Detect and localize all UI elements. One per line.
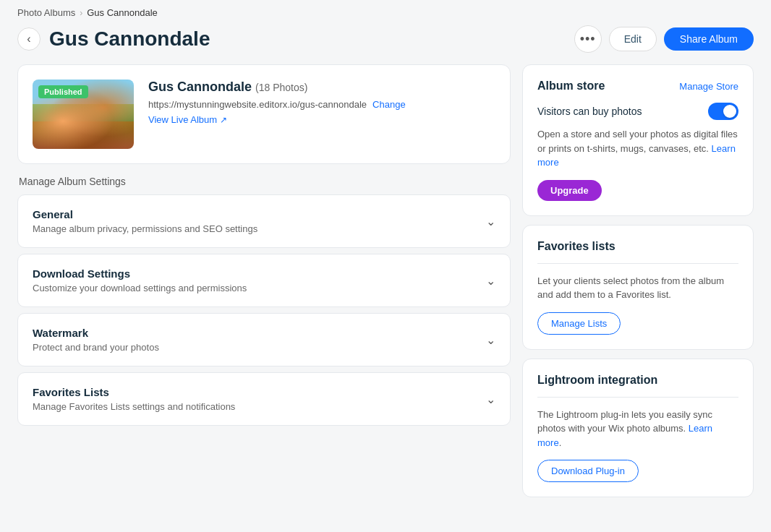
back-button[interactable]: ‹ (17, 27, 41, 51)
visitors-buy-toggle[interactable] (708, 103, 738, 120)
album-card: Published Gus Cannondale (18 Photos) htt… (17, 64, 511, 164)
accordion-subtitle-favorites: Manage Favorites Lists settings and noti… (33, 401, 235, 412)
manage-lists-button[interactable]: Manage Lists (537, 312, 621, 335)
accordion-subtitle-watermark: Protect and brand your photos (33, 342, 159, 353)
favorites-lists-card: Favorites lists Let your clients select … (522, 225, 754, 350)
album-url: https://mystunningwebsite.editorx.io/gus… (148, 99, 367, 110)
accordion-header-download[interactable]: Download Settings Customize your downloa… (18, 254, 510, 306)
accordion-subtitle-download: Customize your download settings and per… (33, 283, 247, 293)
left-panel: Published Gus Cannondale (18 Photos) htt… (17, 64, 511, 506)
view-live-link[interactable]: View Live Album ↗ (148, 114, 495, 125)
lightroom-title: Lightroom integration (537, 374, 657, 387)
accordion-content-watermark: Watermark Protect and brand your photos (33, 327, 159, 353)
breadcrumb-current: Gus Cannondale (87, 7, 158, 18)
external-link-icon: ↗ (220, 115, 227, 125)
lightroom-card: Lightroom integration The Lightroom plug… (522, 359, 754, 498)
album-info: Gus Cannondale (18 Photos) https://mystu… (148, 80, 495, 125)
accordion-header-watermark[interactable]: Watermark Protect and brand your photos … (18, 314, 510, 366)
accordion-content-favorites: Favorites Lists Manage Favorites Lists s… (33, 386, 235, 412)
accordion-title-general: General (33, 208, 257, 220)
album-store-card: Album store Manage Store Visitors can bu… (522, 64, 754, 216)
accordion-header-favorites[interactable]: Favorites Lists Manage Favorites Lists s… (18, 373, 510, 425)
lightroom-description: The Lightroom plug-in lets you easily sy… (537, 408, 738, 450)
more-options-button[interactable]: ••• (574, 25, 602, 53)
change-url-link[interactable]: Change (372, 99, 406, 110)
download-plugin-button[interactable]: Download Plug-in (537, 460, 639, 482)
album-store-header: Album store Manage Store (537, 80, 738, 93)
accordion-item-favorites[interactable]: Favorites Lists Manage Favorites Lists s… (17, 372, 511, 426)
accordion-header-general[interactable]: General Manage album privacy, permission… (18, 195, 510, 247)
accordion-content-general: General Manage album privacy, permission… (33, 208, 257, 234)
accordion-title-favorites: Favorites Lists (33, 386, 235, 398)
chevron-down-icon-download: ⌄ (486, 274, 495, 288)
favorites-lists-description: Let your clients select photos from the … (537, 274, 738, 302)
accordion-title-watermark: Watermark (33, 327, 159, 339)
album-store-description: Open a store and sell your photos as dig… (537, 127, 738, 170)
album-thumbnail-wrap: Published (33, 80, 134, 149)
chevron-down-icon-watermark: ⌄ (486, 333, 495, 347)
accordion-content-download: Download Settings Customize your downloa… (33, 267, 247, 293)
visitors-buy-label: Visitors can buy photos (537, 106, 642, 117)
manage-store-link[interactable]: Manage Store (679, 81, 738, 92)
chevron-down-icon-general: ⌄ (486, 215, 495, 228)
published-badge: Published (38, 85, 88, 98)
album-photo-count: (18 Photos) (255, 82, 307, 93)
favorites-lists-header: Favorites lists (537, 240, 738, 253)
visitors-buy-toggle-row: Visitors can buy photos (537, 103, 738, 120)
album-url-row: https://mystunningwebsite.editorx.io/gus… (148, 99, 495, 110)
favorites-divider (537, 263, 738, 264)
main-layout: Published Gus Cannondale (18 Photos) htt… (0, 64, 771, 523)
edit-button[interactable]: Edit (609, 27, 657, 51)
upgrade-button[interactable]: Upgrade (537, 180, 602, 201)
breadcrumb: Photo Albums › Gus Cannondale (0, 0, 771, 21)
toggle-thumb (723, 105, 736, 118)
accordion-item-general[interactable]: General Manage album privacy, permission… (17, 194, 511, 248)
album-store-title: Album store (537, 80, 605, 93)
accordion-item-download[interactable]: Download Settings Customize your downloa… (17, 254, 511, 307)
favorites-lists-title: Favorites lists (537, 240, 615, 253)
lightroom-divider (537, 397, 738, 398)
page-header: ‹ Gus Cannondale ••• Edit Share Album (0, 21, 771, 64)
chevron-down-icon-favorites: ⌄ (486, 392, 495, 406)
accordion-item-watermark[interactable]: Watermark Protect and brand your photos … (17, 313, 511, 366)
header-right: ••• Edit Share Album (574, 25, 754, 53)
lightroom-header: Lightroom integration (537, 374, 738, 387)
right-panel: Album store Manage Store Visitors can bu… (522, 64, 754, 506)
album-name: Gus Cannondale (18 Photos) (148, 80, 495, 95)
accordion-subtitle-general: Manage album privacy, permissions and SE… (33, 223, 257, 234)
share-album-button[interactable]: Share Album (664, 27, 754, 51)
breadcrumb-separator: › (80, 8, 82, 18)
settings-section-label: Manage Album Settings (17, 176, 511, 187)
breadcrumb-parent-link[interactable]: Photo Albums (17, 7, 75, 18)
page-title: Gus Cannondale (49, 27, 210, 51)
header-left: ‹ Gus Cannondale (17, 27, 210, 51)
accordion-title-download: Download Settings (33, 267, 247, 280)
